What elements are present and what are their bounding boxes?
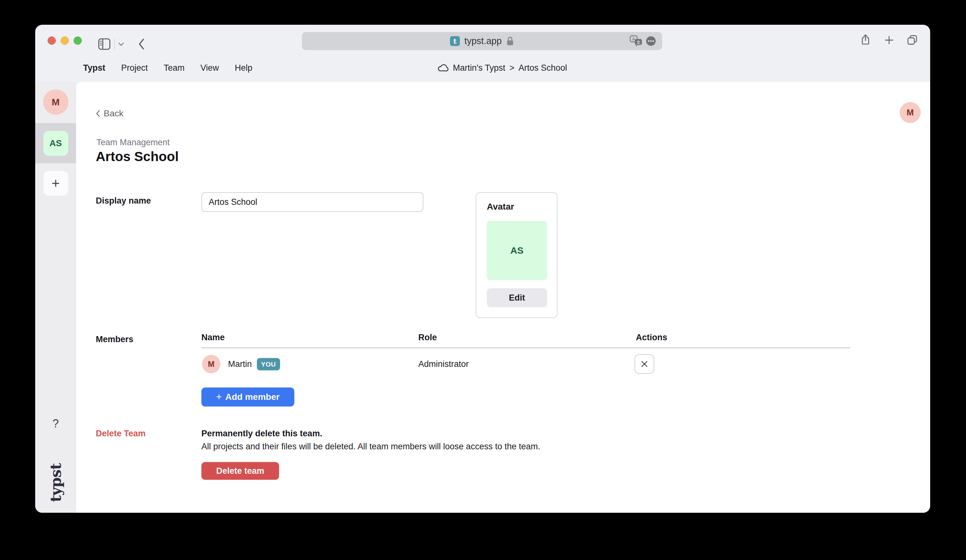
new-tab-icon[interactable]: [885, 36, 894, 44]
menu-item-typst[interactable]: Typst: [83, 63, 105, 73]
section-label: Team Management: [97, 138, 170, 148]
share-icon[interactable]: [861, 34, 870, 45]
delete-team-section-label: Delete Team: [96, 429, 146, 438]
delete-team-headline: Permanently delete this team.: [201, 429, 322, 438]
delete-team-button[interactable]: Delete team: [201, 462, 279, 480]
menu-item-view[interactable]: View: [200, 63, 219, 73]
traffic-lights: [48, 36, 82, 45]
edit-avatar-button[interactable]: Edit: [487, 288, 547, 307]
members-label: Members: [96, 335, 133, 344]
site-favicon: t: [450, 36, 460, 46]
back-button[interactable]: Back: [96, 108, 123, 118]
svg-text:文: 文: [636, 40, 640, 45]
display-name-label: Display name: [96, 196, 151, 206]
browser-window: t typst.app A 文: [35, 25, 930, 513]
breadcrumb-separator: >: [509, 63, 514, 73]
browser-toolbar: t typst.app A 文: [35, 25, 930, 54]
remove-member-button[interactable]: [634, 354, 654, 374]
minimize-window-button[interactable]: [61, 36, 69, 45]
rail-item-team-artos-school[interactable]: AS: [43, 131, 68, 156]
add-team-button[interactable]: +: [43, 171, 68, 195]
user-avatar[interactable]: M: [900, 102, 921, 123]
back-navigation-icon[interactable]: [139, 38, 144, 50]
column-header-role: Role: [418, 333, 437, 342]
chevron-down-icon[interactable]: [118, 43, 124, 46]
back-label: Back: [104, 108, 123, 118]
workspace-avatar[interactable]: M: [43, 89, 69, 115]
back-chevron-icon: [96, 110, 100, 117]
menu-item-help[interactable]: Help: [235, 63, 253, 73]
team-avatar-preview: AS: [487, 221, 547, 280]
avatar-card-title: Avatar: [487, 202, 514, 212]
menu-item-project[interactable]: Project: [121, 63, 148, 73]
svg-text:A: A: [632, 36, 635, 41]
lock-icon: [506, 36, 514, 46]
url-text: typst.app: [464, 36, 502, 46]
display-name-input[interactable]: [201, 192, 423, 212]
tab-overview-icon[interactable]: [907, 34, 918, 45]
desktop-background: t typst.app A 文: [0, 0, 966, 560]
help-icon[interactable]: ?: [53, 417, 59, 430]
add-member-button[interactable]: + Add member: [201, 388, 294, 407]
sidebar-toggle-icon[interactable]: [98, 38, 111, 50]
avatar-card: Avatar AS Edit: [476, 192, 557, 318]
member-avatar: M: [202, 355, 220, 373]
menu-items: Typst Project Team View Help: [83, 54, 253, 82]
you-badge: YOU: [257, 358, 280, 370]
delete-team-description: All projects and their files will be del…: [201, 442, 540, 452]
breadcrumb: Martin's Typst > Artos School: [437, 54, 567, 82]
workspace-rail: M AS + ? typst: [35, 82, 76, 513]
app-menubar: Typst Project Team View Help Martin's Ty…: [35, 54, 930, 82]
typst-logo: typst: [47, 463, 64, 502]
close-icon: [640, 360, 649, 368]
table-header-divider: [201, 348, 850, 348]
translate-icon[interactable]: A 文: [629, 35, 643, 47]
breadcrumb-current: Artos School: [519, 63, 567, 73]
team-management-panel: Back M Team Management Artos School Disp…: [76, 82, 930, 513]
menu-item-team[interactable]: Team: [164, 63, 184, 73]
toolbar-divider: [114, 39, 115, 49]
member-role: Administrator: [418, 359, 469, 369]
column-header-name: Name: [201, 333, 225, 342]
add-member-label: Add member: [225, 392, 279, 402]
zoom-window-button[interactable]: [74, 36, 82, 45]
breadcrumb-workspace[interactable]: Martin's Typst: [453, 63, 505, 73]
address-bar[interactable]: t typst.app A 文: [302, 32, 662, 50]
close-window-button[interactable]: [48, 36, 56, 45]
member-name: Martin: [228, 359, 252, 369]
column-header-actions: Actions: [636, 333, 667, 342]
page-title: Artos School: [96, 149, 179, 164]
cloud-icon: [437, 64, 449, 72]
more-options-icon[interactable]: [646, 36, 656, 46]
plus-icon: +: [216, 391, 222, 403]
